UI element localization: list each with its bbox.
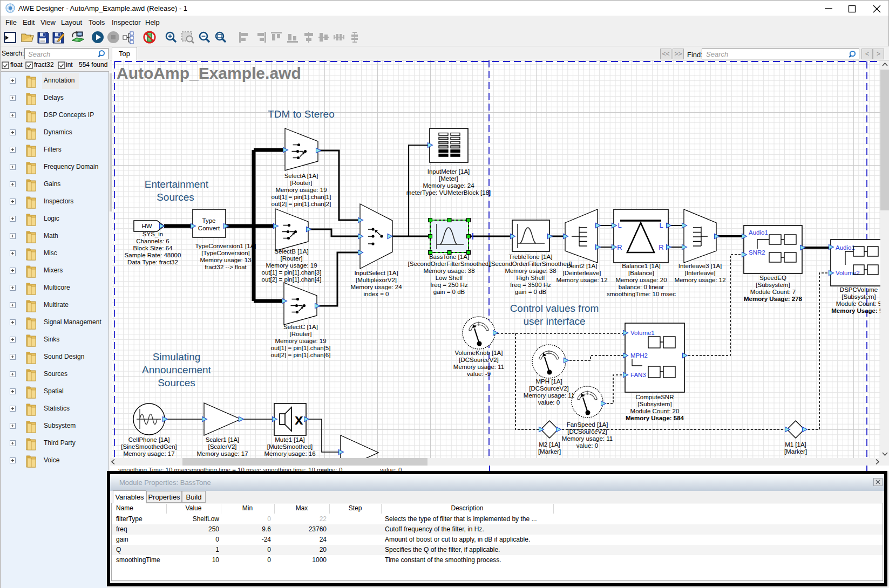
svg-text:Memory usage: 11: Memory usage: 11 (562, 435, 613, 442)
svg-text:Memory usage: 24: Memory usage: 24 (423, 182, 474, 189)
svg-text:Memory usage: 20: Memory usage: 20 (615, 277, 667, 283)
svg-text:MPH2: MPH2 (630, 352, 648, 359)
svg-text:gain = 0 dB: gain = 0 dB (433, 289, 465, 295)
svg-text:Memory usage: 11: Memory usage: 11 (453, 364, 504, 370)
svg-text:Memory usage: 16: Memory usage: 16 (264, 450, 315, 457)
svg-text:out[1] = pin[1].chan[3]: out[1] = pin[1].chan[3] (262, 269, 322, 276)
svg-text:Memory usage: 38: Memory usage: 38 (505, 268, 556, 274)
svg-text:Scaler1 [1A]: Scaler1 [1A] (206, 436, 240, 443)
svg-text:SpeedEQ: SpeedEQ (759, 275, 786, 281)
svg-text:smoothingTime: 10 msec: smoothingTime: 10 msec (607, 291, 676, 297)
svg-text:SelectB [1A]: SelectB [1A] (274, 248, 308, 255)
svg-text:Memory usage: 17: Memory usage: 17 (123, 450, 174, 457)
svg-text:R: R (659, 243, 663, 251)
svg-text:[DCSourceV2]: [DCSourceV2] (567, 428, 607, 435)
svg-text:freq = 3500 Hz: freq = 3500 Hz (510, 282, 551, 288)
svg-text:fract32 --> float: fract32 --> float (205, 264, 247, 270)
svg-text:FanSpeed [1A]: FanSpeed [1A] (567, 421, 608, 428)
svg-text:Memory usage: 24: Memory usage: 24 (350, 284, 402, 290)
svg-text:AutoAmp_Example.awd: AutoAmp_Example.awd (117, 64, 301, 82)
svg-text:[Subsystem]: [Subsystem] (637, 401, 671, 407)
svg-text:Memory usage: 12: Memory usage: 12 (674, 277, 725, 283)
svg-text:BassTone [1A]: BassTone [1A] (429, 254, 469, 260)
svg-text:FAN3: FAN3 (630, 372, 646, 378)
svg-text:Channels: 6: Channels: 6 (136, 238, 169, 244)
svg-text:Low Shelf: Low Shelf (436, 275, 463, 281)
svg-text:value: -9: value: -9 (467, 371, 491, 377)
svg-text:MPH [1A]: MPH [1A] (535, 378, 562, 385)
svg-text:InputSelect [1A]: InputSelect [1A] (354, 270, 398, 276)
svg-text:[SineSmoothedGen]: [SineSmoothedGen] (121, 443, 177, 450)
svg-text:freq = 250 Hz: freq = 250 Hz (430, 282, 468, 288)
svg-text:Data Type: fract32: Data Type: fract32 (127, 259, 178, 265)
svg-text:out[2] = pin[1].chan[4]: out[2] = pin[1].chan[4] (262, 276, 322, 283)
svg-text:meterType: VUMeterBlock [18]: meterType: VUMeterBlock [18] (406, 189, 491, 196)
svg-text:[TypeConversion]: [TypeConversion] (201, 250, 250, 256)
svg-text:Volume1: Volume1 (630, 330, 655, 336)
svg-text:CellPhone [1A]: CellPhone [1A] (128, 436, 170, 443)
svg-text:[Meter]: [Meter] (439, 175, 458, 182)
svg-text:Memory usage: 11: Memory usage: 11 (524, 392, 574, 399)
svg-text:out[2] = pin[1].chan[2]: out[2] = pin[1].chan[2] (272, 201, 331, 207)
svg-text:HW: HW (141, 223, 152, 229)
svg-text:[Router]: [Router] (290, 180, 313, 186)
svg-text:Memory usage: 19: Memory usage: 19 (266, 262, 317, 269)
svg-text:[Subsystem]: [Subsystem] (842, 293, 876, 300)
svg-text:Memory usage: 38: Memory usage: 38 (423, 268, 474, 274)
svg-text:Volume2: Volume2 (836, 270, 860, 276)
svg-text:[Deinterleave]: [Deinterleave] (563, 270, 601, 276)
svg-text:Block Size: 64: Block Size: 64 (133, 245, 173, 251)
svg-text:[Marker]: [Marker] (784, 448, 807, 455)
svg-text:Memory Usage: 58: Memory Usage: 58 (831, 307, 880, 314)
svg-text:Balance1 [1A]: Balance1 [1A] (622, 263, 661, 269)
svg-text:Memory Usage: 278: Memory Usage: 278 (744, 296, 803, 302)
svg-text:Mute1 [1A]: Mute1 [1A] (275, 436, 305, 443)
svg-text:x: x (295, 411, 303, 428)
svg-text:[SecondOrderFilterSmoothed]: [SecondOrderFilterSmoothed] (490, 261, 572, 267)
svg-text:out[1] = pin[1].chan[1]: out[1] = pin[1].chan[1] (272, 194, 331, 200)
svg-text:Memory usage: 13: Memory usage: 13 (200, 257, 251, 263)
svg-text:TDM to Stereo: TDM to Stereo (268, 108, 335, 120)
svg-text:[Subsystem]: [Subsystem] (756, 282, 790, 288)
svg-text:L: L (659, 221, 663, 229)
svg-text:[Router]: [Router] (290, 331, 312, 337)
svg-text:out[2] = pin[1].chan[6]: out[2] = pin[1].chan[6] (271, 352, 331, 358)
svg-text:user interface: user interface (523, 316, 585, 327)
svg-text:Module Count: 7: Module Count: 7 (750, 289, 796, 295)
svg-text:value: 0: value: 0 (538, 399, 560, 406)
svg-text:Module Count: 20: Module Count: 20 (630, 408, 680, 414)
svg-text:SelectC [1A]: SelectC [1A] (283, 324, 318, 330)
svg-text:Deint2 [1A]: Deint2 [1A] (567, 263, 598, 269)
svg-text:InputMeter [1A]: InputMeter [1A] (427, 168, 470, 175)
svg-text:Convert: Convert (198, 225, 220, 231)
svg-text:[DCSourceV2]: [DCSourceV2] (459, 357, 499, 363)
svg-text:Control values from: Control values from (510, 303, 599, 314)
svg-text:TypeConversion1 [1A]: TypeConversion1 [1A] (195, 243, 256, 249)
svg-text:Audio1: Audio1 (749, 229, 768, 236)
svg-text:Announcement: Announcement (142, 364, 212, 375)
svg-text:SelectA [1A]: SelectA [1A] (284, 173, 318, 179)
svg-text:[MultiplexorV2]: [MultiplexorV2] (356, 277, 397, 283)
svg-text:Memory usage: 17: Memory usage: 17 (196, 450, 248, 457)
svg-text:Sample Rate: 48000: Sample Rate: 48000 (125, 252, 181, 258)
svg-text:L: L (617, 221, 621, 229)
svg-text:[MuteSmoothed]: [MuteSmoothed] (267, 443, 313, 450)
svg-text:TrebleTone [1A]: TrebleTone [1A] (509, 254, 553, 260)
svg-text:out[1] = pin[1].chan[5]: out[1] = pin[1].chan[5] (271, 345, 331, 351)
svg-text:Entertainment: Entertainment (145, 179, 209, 190)
svg-text:Type: Type (202, 217, 216, 224)
svg-text:SNR2: SNR2 (749, 249, 765, 256)
svg-text:SYS_in: SYS_in (142, 231, 163, 237)
svg-text:[Marker]: [Marker] (538, 448, 561, 455)
svg-text:[ScalerV2]: [ScalerV2] (208, 443, 236, 450)
svg-text:[Balance]: [Balance] (628, 270, 654, 276)
svg-text:index = 0: index = 0 (364, 291, 389, 297)
svg-text:Audio1: Audio1 (836, 244, 855, 251)
svg-text:Memory usage: 19: Memory usage: 19 (275, 338, 326, 344)
svg-text:[SecondOrderFilterSmoothed]: [SecondOrderFilterSmoothed] (408, 261, 491, 267)
svg-text:VolumeKnob [1A]: VolumeKnob [1A] (455, 350, 503, 356)
svg-text:High Shelf: High Shelf (516, 275, 545, 281)
svg-text:M2 [1A]: M2 [1A] (539, 441, 560, 448)
svg-text:[Interleave]: [Interleave] (685, 270, 716, 276)
svg-text:Memory Usage: 584: Memory Usage: 584 (626, 415, 684, 421)
